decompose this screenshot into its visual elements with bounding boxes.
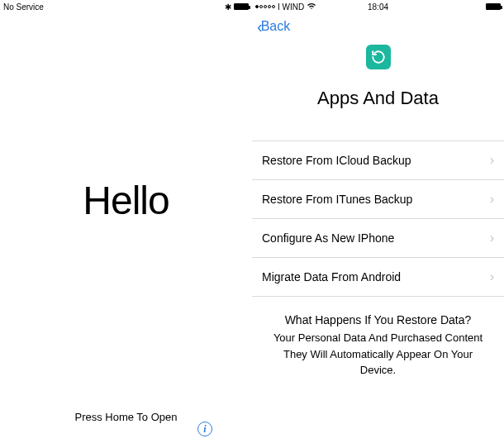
option-label: Configure As New IPhone — [262, 231, 394, 245]
option-migrate-android[interactable]: Migrate Data From Android › — [252, 257, 504, 297]
battery-icon — [486, 3, 501, 10]
signal-strength-icon — [255, 5, 275, 8]
back-button[interactable]: ‹ Back — [257, 17, 290, 36]
chevron-right-icon: › — [490, 231, 494, 245]
chevron-right-icon: › — [490, 153, 494, 168]
info-icon[interactable]: i — [197, 422, 212, 436]
option-label: Restore From ICloud Backup — [262, 154, 411, 167]
options-list: Restore From ICloud Backup › Restore Fro… — [252, 141, 504, 297]
wifi-icon — [307, 2, 316, 12]
option-restore-itunes[interactable]: Restore From ITunes Backup › — [252, 179, 504, 218]
footer-line: Device. — [262, 362, 494, 379]
footer-line: They Will Automatically Appear On Your — [262, 346, 494, 363]
clock-label: 18:04 — [368, 2, 388, 12]
battery-icon — [234, 3, 249, 10]
footer-info: What Happens If You Restore Data? Your P… — [252, 313, 504, 379]
status-bar-right: I WIND 18:04 — [252, 0, 504, 13]
bluetooth-icon: ✱ — [225, 2, 231, 12]
option-restore-icloud[interactable]: Restore From ICloud Backup › — [252, 141, 504, 179]
footer-line: Your Personal Data And Purchased Content — [262, 330, 494, 346]
left-phone-hello-screen: No Service ✱ Hello Press Home To Open i — [0, 0, 252, 448]
hello-greeting: Hello — [0, 178, 252, 223]
restore-app-icon — [366, 45, 391, 69]
chevron-right-icon: › — [490, 269, 494, 284]
chevron-right-icon: › — [490, 192, 494, 207]
page-title: Apps And Data — [252, 88, 504, 109]
footer-heading: What Happens If You Restore Data? — [262, 313, 494, 326]
carrier-label: No Service — [3, 2, 44, 12]
right-phone-apps-and-data: I WIND 18:04 ‹ Back Apps And Data Restor — [252, 0, 504, 448]
status-bar-left: No Service ✱ — [0, 0, 252, 13]
option-configure-new[interactable]: Configure As New IPhone › — [252, 218, 504, 257]
option-label: Restore From ITunes Backup — [262, 193, 412, 206]
carrier-label: I WIND — [278, 2, 304, 12]
option-label: Migrate Data From Android — [262, 270, 401, 284]
nav-bar: ‹ Back — [252, 13, 504, 40]
back-label: Back — [261, 19, 291, 34]
press-home-label: Press Home To Open — [0, 411, 252, 423]
